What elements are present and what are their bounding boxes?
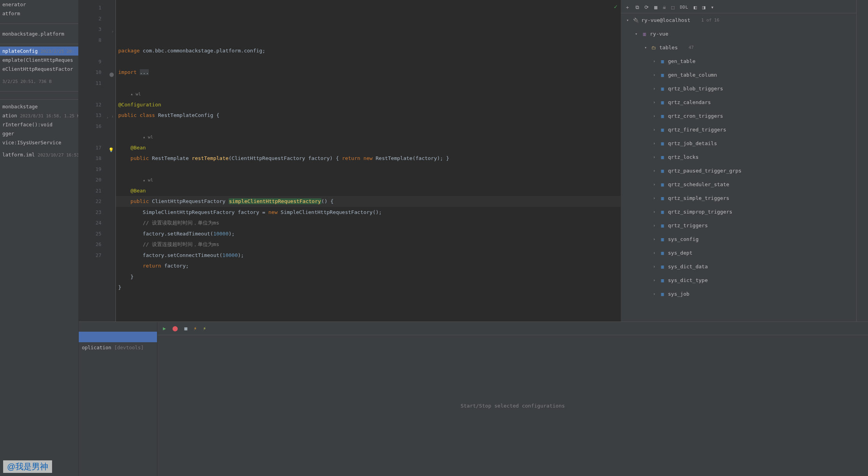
db-toolbar-icon[interactable]: ◧	[694, 4, 697, 10]
db-tree-node[interactable]: ▾▥ry-vue	[621, 27, 856, 41]
code-line[interactable]	[116, 293, 621, 304]
database-tool-window[interactable]: ＋⧉⟳▦☠⬚DDL◧◨▾ ▾🔌ry-vue@localhost 1 of 16▾…	[621, 0, 868, 322]
code-line[interactable]: ▴ wl	[116, 174, 621, 185]
gutter-line: 22	[79, 196, 115, 207]
gutter-line: 16	[79, 121, 115, 132]
code-line[interactable]: ▴ wl	[116, 131, 621, 142]
db-tree-node[interactable]: ▾🗀tables 47	[621, 41, 856, 54]
db-tree-node[interactable]: ›▦qrtz_triggers	[621, 219, 856, 232]
db-toolbar-icon[interactable]: ⟳	[644, 4, 649, 10]
structure-item[interactable]: vice:ISysUserService	[0, 138, 78, 147]
structure-item[interactable]: rInterface():void	[0, 120, 78, 129]
code-editor[interactable]: 123›8910⬤111213› ᴵ1617💡18192021222324252…	[79, 0, 621, 322]
inspection-ok-icon[interactable]: ✓	[614, 2, 617, 13]
db-tree-node[interactable]: ›▦qrtz_cron_triggers	[621, 109, 856, 123]
db-toolbar-icon[interactable]: ⧉	[635, 4, 639, 11]
structure-item[interactable]	[0, 26, 78, 29]
run-icon[interactable]: ▶	[163, 325, 166, 331]
code-line[interactable]: // 设置读取超时时间，单位为ms	[116, 217, 621, 228]
db-toolbar-icon[interactable]: ☠	[663, 4, 666, 10]
db-tree-node[interactable]: ›▦qrtz_simple_triggers	[621, 191, 856, 205]
db-tree-node[interactable]: ›▦qrtz_scheduler_state	[621, 178, 856, 191]
reload-icon[interactable]: ⚡	[194, 325, 197, 331]
db-tree-node[interactable]: ›▦sys_config	[621, 232, 856, 246]
structure-item[interactable]	[0, 38, 78, 41]
code-line[interactable]	[116, 78, 621, 89]
profiler-icon[interactable]: ⚡	[203, 325, 206, 331]
code-line[interactable]: public ClientHttpRequestFactory simpleCl…	[116, 196, 621, 207]
code-line[interactable]: package com.bbc.commonbackstage.platform…	[116, 45, 621, 56]
db-toolbar-icon[interactable]: DDL	[680, 5, 688, 10]
structure-item[interactable]: monbackstage.platform	[0, 29, 78, 38]
code-line[interactable]: SimpleClientHttpRequestFactory factory =…	[116, 207, 621, 218]
code-line[interactable]: public class RestTemplateConfig {	[116, 110, 621, 121]
code-line[interactable]: factory.setReadTimeout(10000);	[116, 228, 621, 239]
code-line[interactable]: factory.setConnectTimeout(10000);	[116, 250, 621, 261]
database-toolbar[interactable]: ＋⧉⟳▦☠⬚DDL◧◨▾	[621, 2, 856, 13]
db-tree-node[interactable]: ›▦gen_table_column	[621, 68, 856, 82]
editor-code-area[interactable]: ✓ package com.bbc.commonbackstage.platfo…	[116, 0, 621, 322]
structure-item[interactable]: eClientHttpRequestFactor	[0, 65, 78, 74]
code-line[interactable]: import ...	[116, 67, 621, 78]
gutter-line: 11	[79, 78, 115, 89]
db-tree-node[interactable]: ▾🔌ry-vue@localhost 1 of 16	[621, 13, 856, 27]
code-line[interactable]: @Configuration	[116, 99, 621, 110]
structure-item[interactable]: enerator	[0, 0, 78, 9]
run-configs-list[interactable]: oplication [devtools]	[79, 322, 157, 476]
gutter-line: 1	[79, 2, 115, 13]
code-line[interactable]: return factory;	[116, 260, 621, 271]
code-line[interactable]: }	[116, 282, 621, 293]
db-tree-node[interactable]: ›▦qrtz_calendars	[621, 95, 856, 109]
structure-item[interactable]	[0, 86, 78, 89]
db-tree-node[interactable]: ›▦sys_dict_type	[621, 273, 856, 287]
structure-item[interactable]: nplateConfig 2023/2/25 20:	[0, 47, 78, 56]
run-config-tag: [devtools]	[114, 345, 144, 350]
structure-item[interactable]	[0, 94, 78, 97]
structure-item[interactable]: monbackstage	[0, 102, 78, 111]
run-config-selected-blank[interactable]	[79, 332, 157, 342]
structure-item[interactable]: gger	[0, 129, 78, 138]
db-toolbar-icon[interactable]: ▾	[711, 4, 714, 10]
project-structure-panel[interactable]: eneratoratform monbackstage.platform npl…	[0, 0, 79, 476]
structure-item[interactable]	[0, 74, 78, 77]
code-line[interactable]: @Bean	[116, 185, 621, 196]
code-line[interactable]	[116, 56, 621, 67]
structure-item[interactable]: ation 2023/8/31 16:58, 1.25 K	[0, 111, 78, 120]
gutter-line: 27	[79, 250, 115, 261]
db-tree-node[interactable]: ›▦qrtz_simprop_triggers	[621, 205, 856, 219]
db-toolbar-icon[interactable]: ＋	[625, 4, 630, 11]
structure-item[interactable]: latform.iml 2023/10/27 16:53	[0, 150, 78, 159]
db-tree-node[interactable]: ›▦sys_job	[621, 287, 856, 301]
run-toolbar[interactable]: ▶ ⬤ ■ ⚡ ⚡	[157, 322, 868, 335]
gutter-line: 10⬤	[79, 67, 115, 78]
code-line[interactable]: // 设置连接超时时间，单位为ms	[116, 239, 621, 250]
run-tool-window[interactable]: oplication [devtools] ▶ ⬤ ■ ⚡ ⚡ Start/St…	[79, 322, 868, 476]
structure-item[interactable]: emplate(ClientHttpReques	[0, 56, 78, 65]
db-tree-node[interactable]: ›▦sys_dept	[621, 246, 856, 260]
db-toolbar-icon[interactable]: ◨	[702, 4, 706, 10]
gutter-line: 9	[79, 56, 115, 67]
code-line[interactable]: @Bean	[116, 142, 621, 153]
structure-item[interactable]	[0, 147, 78, 150]
db-tree-node[interactable]: ›▦qrtz_locks	[621, 150, 856, 164]
db-toolbar-icon[interactable]: ⬚	[671, 4, 675, 10]
db-tree-node[interactable]: ›▦qrtz_job_details	[621, 137, 856, 150]
structure-item[interactable]	[0, 18, 78, 21]
db-tree-node[interactable]: ›▦qrtz_fired_triggers	[621, 123, 856, 137]
db-tree-node[interactable]: ›▦gen_table	[621, 54, 856, 68]
stop-icon[interactable]: ■	[184, 325, 188, 331]
code-line[interactable]	[116, 164, 621, 175]
structure-item[interactable]: atform	[0, 9, 78, 18]
code-line[interactable]	[116, 121, 621, 132]
db-tree-node[interactable]: ›▦sys_dict_data	[621, 260, 856, 273]
db-tree-node[interactable]: ›▦qrtz_blob_triggers	[621, 82, 856, 95]
db-toolbar-icon[interactable]: ▦	[654, 4, 657, 10]
gutter-line: 20	[79, 174, 115, 185]
code-line[interactable]: public RestTemplate restTemplate(ClientH…	[116, 153, 621, 164]
structure-item[interactable]: 3/2/25 20:51, 736 B	[0, 77, 78, 86]
debug-icon[interactable]: ⬤	[172, 325, 178, 331]
db-tree-node[interactable]: ›▦qrtz_paused_trigger_grps	[621, 164, 856, 178]
code-line[interactable]: ▴ wl	[116, 88, 621, 99]
code-line[interactable]: }	[116, 271, 621, 282]
run-config-row[interactable]: oplication [devtools]	[79, 342, 157, 353]
